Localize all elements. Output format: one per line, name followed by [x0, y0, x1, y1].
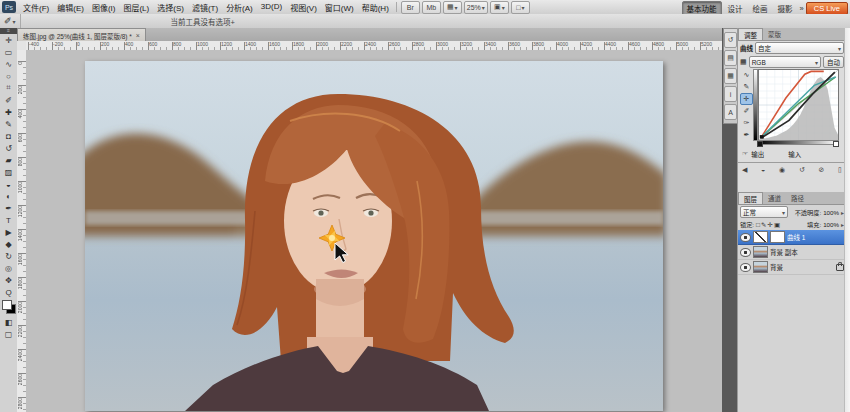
layer-thumbnail[interactable]: [753, 246, 768, 258]
styles-panel-icon[interactable]: ▦: [724, 68, 737, 84]
toggle-visibility-eye-icon[interactable]: ◉: [779, 166, 785, 174]
swatches-panel-icon[interactable]: ▤: [724, 50, 737, 66]
crop-tool[interactable]: ⌗: [1, 82, 16, 94]
curves-preset-dropdown[interactable]: 自定 ▾: [755, 42, 844, 54]
blur-tool[interactable]: ◒: [1, 178, 16, 190]
menu-item[interactable]: 分析(A): [222, 1, 257, 14]
menu-item[interactable]: 滤镜(T): [188, 1, 222, 14]
lock-position-icon[interactable]: ✛: [768, 221, 773, 229]
menu-item[interactable]: 视图(V): [286, 1, 321, 14]
layer-row[interactable]: 背景: [738, 260, 846, 275]
quick-mask-button[interactable]: ◧: [1, 316, 16, 328]
view-extras-icon[interactable]: ▦▾: [443, 1, 462, 14]
mini-bridge-icon[interactable]: Mb: [422, 1, 441, 14]
close-icon[interactable]: ×: [136, 32, 140, 39]
blend-mode-dropdown[interactable]: 正常 ▾: [740, 206, 788, 218]
gradient-tool[interactable]: ▨: [1, 166, 16, 178]
delete-adjustment-icon[interactable]: ▯: [838, 166, 842, 174]
healing-brush-tool[interactable]: ✚: [1, 106, 16, 118]
white-point-eyedropper-icon[interactable]: ✒: [740, 129, 753, 141]
right-panel-column: 调整蒙版 曲线 自定 ▾ ▦ RGB ▾ 自动 ∿✎✛✐✑✒: [737, 28, 850, 412]
opacity-value[interactable]: 100%: [823, 209, 839, 216]
quick-selection-tool[interactable]: ○: [1, 70, 16, 82]
lock-image-pixels-icon[interactable]: ✎: [761, 221, 766, 229]
dodge-tool[interactable]: ◐: [1, 190, 16, 202]
draw-curve-pencil-icon[interactable]: ✎: [740, 81, 753, 93]
curve-editor[interactable]: [753, 69, 839, 147]
menu-item[interactable]: 编辑(E): [53, 1, 88, 14]
tab-通道[interactable]: 通道: [763, 192, 786, 204]
layer-thumbnail[interactable]: [753, 261, 768, 273]
curves-graph[interactable]: [758, 69, 839, 141]
menu-item[interactable]: 文件(F): [19, 1, 53, 14]
photo-document[interactable]: [85, 61, 663, 411]
character-panel-icon[interactable]: A: [724, 104, 737, 120]
layer-visibility-eye-icon[interactable]: [740, 248, 751, 257]
tab-路径[interactable]: 路径: [786, 192, 809, 204]
lasso-tool[interactable]: ∿: [1, 58, 16, 70]
layer-row[interactable]: 背景 副本: [738, 245, 846, 260]
color-swatches[interactable]: [2, 300, 16, 314]
foreground-color-swatch[interactable]: [2, 300, 12, 310]
menu-item[interactable]: 窗口(W): [321, 1, 358, 14]
move-tool[interactable]: ✛: [1, 34, 16, 46]
bridge-icon[interactable]: Br: [401, 1, 420, 14]
arrange-documents-icon[interactable]: ▣▾: [490, 1, 509, 14]
lock-all-icon[interactable]: ▣: [774, 221, 780, 229]
auto-button[interactable]: 自动: [823, 56, 844, 68]
zoom-tool[interactable]: Q: [1, 286, 16, 298]
eyedropper-tool[interactable]: ✐: [1, 94, 16, 106]
workspace-more-button[interactable]: »: [798, 4, 806, 13]
menu-item[interactable]: 图像(I): [88, 1, 120, 14]
black-point-marker[interactable]: [757, 141, 763, 147]
type-tool[interactable]: T: [1, 214, 16, 226]
tab-调整[interactable]: 调整: [738, 28, 763, 40]
brush-tool[interactable]: ✎: [1, 118, 16, 130]
menu-item[interactable]: 3D(D): [257, 1, 286, 14]
3d-rotate-tool[interactable]: ↻: [1, 250, 16, 262]
zoom-level-dropdown[interactable]: 25%▾: [464, 1, 488, 14]
screen-mode-icon[interactable]: □▾: [511, 1, 530, 14]
dropdown-arrow-icon: ▾: [815, 59, 818, 66]
3d-orbit-tool[interactable]: ◎: [1, 262, 16, 274]
path-selection-tool[interactable]: ▶: [1, 226, 16, 238]
canvas-area[interactable]: [26, 50, 722, 412]
pointer-hand-icon: ☞: [742, 150, 748, 158]
targeted-adjustment-icon[interactable]: ✛: [740, 93, 753, 105]
lock-transparent-pixels-icon[interactable]: □: [756, 221, 760, 229]
curves-adjustment-thumbnail[interactable]: [753, 231, 768, 243]
edit-points-curve-icon[interactable]: ∿: [740, 69, 753, 81]
clone-stamp-tool[interactable]: ◘: [1, 130, 16, 142]
menu-item[interactable]: 选择(S): [153, 1, 188, 14]
layer-mask-thumbnail[interactable]: [770, 231, 785, 243]
fill-value[interactable]: 100%: [823, 221, 839, 228]
menu-item[interactable]: 图层(L): [119, 1, 153, 14]
view-previous-state-icon[interactable]: ↺: [799, 166, 805, 174]
menu-item[interactable]: 帮助(H): [358, 1, 393, 14]
layer-row[interactable]: 曲线 1: [738, 230, 846, 245]
options-bar: ✐ ▾ 当前工具没有选项+: [0, 14, 850, 29]
history-brush-tool[interactable]: ↺: [1, 142, 16, 154]
white-point-marker[interactable]: [833, 141, 839, 147]
screen-mode-button[interactable]: ▢: [1, 328, 16, 340]
history-panel-icon[interactable]: ↺: [724, 32, 737, 48]
channel-dropdown[interactable]: RGB ▾: [749, 56, 821, 68]
return-to-adjustment-list-icon[interactable]: ◀: [742, 166, 747, 174]
eraser-tool[interactable]: ▰: [1, 154, 16, 166]
tab-图层[interactable]: 图层: [738, 192, 763, 204]
pen-tool[interactable]: ✒: [1, 202, 16, 214]
hand-tool[interactable]: ✥: [1, 274, 16, 286]
gray-point-eyedropper-icon[interactable]: ✑: [740, 117, 753, 129]
layer-visibility-eye-icon[interactable]: [740, 263, 751, 272]
tool-preset-picker[interactable]: ✐ ▾: [0, 14, 21, 28]
shape-tool[interactable]: ◆: [1, 238, 16, 250]
layer-visibility-eye-icon[interactable]: [740, 233, 751, 242]
marquee-tool[interactable]: ▭: [1, 46, 16, 58]
document-tab[interactable]: 练图.jpg @ 25%(曲线 1, 图层蒙版/8) * ×: [17, 28, 146, 41]
clip-to-layer-icon[interactable]: ◒: [761, 166, 765, 173]
panel-scrollbar[interactable]: [844, 28, 850, 412]
reset-adjustment-icon[interactable]: ⊘: [818, 166, 824, 174]
info-panel-icon[interactable]: i: [724, 86, 737, 102]
black-point-eyedropper-icon[interactable]: ✐: [740, 105, 753, 117]
tab-蒙版[interactable]: 蒙版: [763, 28, 786, 40]
